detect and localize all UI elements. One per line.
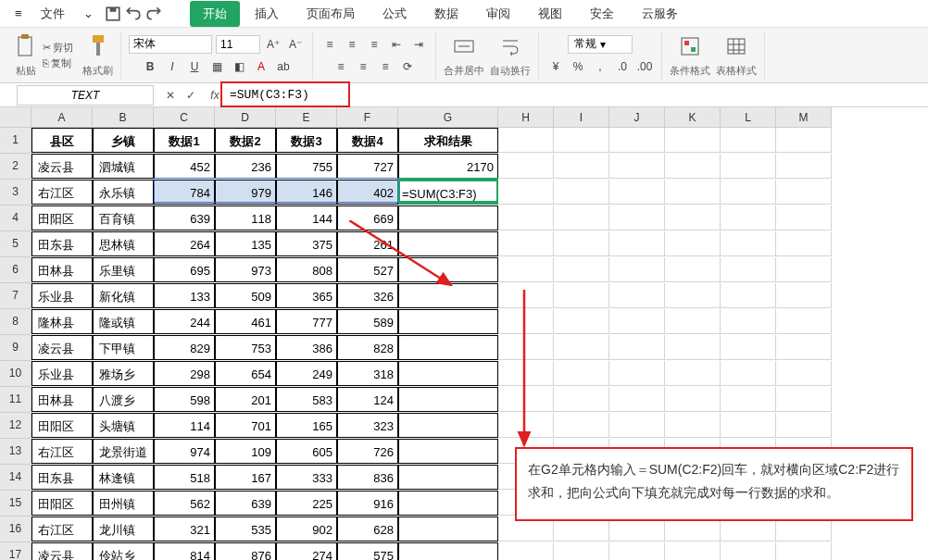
- name-box[interactable]: TEXT: [17, 85, 154, 106]
- cell[interactable]: [665, 335, 721, 360]
- cell[interactable]: [721, 180, 776, 205]
- table-row[interactable]: 589: [337, 309, 398, 334]
- table-row[interactable]: 583: [276, 387, 337, 412]
- table-row[interactable]: 575: [337, 542, 398, 560]
- row-header[interactable]: 7: [0, 283, 31, 309]
- cell[interactable]: [776, 335, 832, 360]
- table-row[interactable]: 876: [215, 542, 276, 560]
- table-row[interactable]: 333: [276, 465, 337, 490]
- align-center-icon[interactable]: ≡: [354, 57, 372, 76]
- cell[interactable]: [498, 180, 554, 205]
- table-row[interactable]: 133: [154, 283, 215, 308]
- table-row[interactable]: [398, 491, 498, 516]
- table-row[interactable]: 695: [154, 257, 215, 282]
- table-row[interactable]: 979: [215, 180, 276, 205]
- table-row[interactable]: [398, 439, 498, 464]
- table-row[interactable]: 2170: [398, 154, 498, 179]
- table-row[interactable]: [398, 542, 498, 560]
- table-row[interactable]: 605: [276, 439, 337, 464]
- cell[interactable]: [498, 283, 554, 308]
- underline-button[interactable]: U: [185, 57, 204, 76]
- table-row[interactable]: 974: [154, 439, 215, 464]
- column-header[interactable]: J: [609, 107, 665, 128]
- cell[interactable]: [609, 387, 665, 412]
- table-row[interactable]: 凌云县: [31, 335, 93, 360]
- table-row[interactable]: 乐业县: [31, 361, 93, 386]
- ribbon-tab-7[interactable]: 安全: [577, 1, 627, 27]
- table-row[interactable]: 808: [276, 257, 337, 282]
- row-header[interactable]: 11: [0, 387, 31, 413]
- table-row[interactable]: [398, 465, 498, 490]
- table-header[interactable]: 数据4: [337, 128, 398, 153]
- table-header[interactable]: 数据2: [215, 128, 276, 153]
- table-row[interactable]: 829: [154, 335, 215, 360]
- table-row[interactable]: 隆林县: [31, 309, 93, 334]
- table-row[interactable]: [398, 205, 498, 230]
- table-row[interactable]: 318: [337, 361, 398, 386]
- row-header[interactable]: 5: [0, 231, 31, 257]
- table-row[interactable]: [398, 309, 498, 334]
- ribbon-tab-4[interactable]: 数据: [421, 1, 471, 27]
- table-row[interactable]: 274: [276, 542, 337, 560]
- cell[interactable]: [721, 361, 776, 386]
- table-row[interactable]: 乐业县: [31, 283, 93, 308]
- table-row[interactable]: 167: [215, 465, 276, 490]
- cell[interactable]: [721, 335, 776, 360]
- cell[interactable]: [776, 231, 832, 256]
- row-header[interactable]: 17: [0, 542, 31, 560]
- table-row[interactable]: 916: [337, 491, 398, 516]
- table-row[interactable]: 386: [276, 335, 337, 360]
- column-header[interactable]: L: [721, 107, 776, 128]
- cell[interactable]: [721, 283, 776, 308]
- row-header[interactable]: 15: [0, 491, 31, 516]
- undo-icon[interactable]: [125, 6, 142, 22]
- cell[interactable]: [498, 154, 554, 179]
- cell[interactable]: [609, 542, 665, 560]
- ribbon-tab-3[interactable]: 公式: [370, 1, 420, 27]
- cell[interactable]: [776, 205, 832, 230]
- table-row[interactable]: 隆或镇: [93, 309, 154, 334]
- confirm-icon[interactable]: ✓: [182, 86, 200, 105]
- table-row[interactable]: 201: [215, 387, 276, 412]
- table-row[interactable]: 凌云县: [31, 154, 93, 179]
- cell[interactable]: [609, 361, 665, 386]
- ribbon-tab-2[interactable]: 页面布局: [294, 1, 368, 27]
- table-row[interactable]: 八渡乡: [93, 387, 154, 412]
- cell[interactable]: [498, 413, 554, 438]
- cell[interactable]: [554, 231, 609, 256]
- table-row[interactable]: 755: [276, 154, 337, 179]
- ribbon-tab-8[interactable]: 云服务: [629, 1, 691, 27]
- text-rotate-icon[interactable]: ⟳: [398, 57, 417, 76]
- table-header[interactable]: 数据1: [154, 128, 215, 153]
- ribbon-tab-6[interactable]: 视图: [525, 1, 575, 27]
- cell[interactable]: [554, 335, 609, 360]
- table-row[interactable]: 535: [215, 516, 276, 541]
- table-row[interactable]: 321: [154, 516, 215, 541]
- table-row[interactable]: 753: [215, 335, 276, 360]
- table-row[interactable]: 右江区: [31, 180, 93, 205]
- cell[interactable]: [498, 387, 554, 412]
- cell[interactable]: [498, 205, 554, 230]
- italic-button[interactable]: I: [163, 57, 182, 76]
- table-row[interactable]: 118: [215, 205, 276, 230]
- row-header[interactable]: 4: [0, 205, 31, 231]
- bold-button[interactable]: B: [141, 57, 159, 76]
- file-menu[interactable]: 文件: [33, 2, 72, 26]
- table-row[interactable]: 124: [337, 387, 398, 412]
- cell[interactable]: [721, 154, 776, 179]
- paste-icon[interactable]: [15, 33, 37, 59]
- cell[interactable]: [498, 361, 554, 386]
- cell[interactable]: [776, 387, 832, 412]
- table-row[interactable]: 伶站乡: [93, 542, 154, 560]
- indent-increase-icon[interactable]: ⇥: [409, 35, 428, 54]
- cut-button[interactable]: ✂剪切: [43, 41, 73, 55]
- row-header[interactable]: 8: [0, 309, 31, 335]
- align-right-icon[interactable]: ≡: [376, 57, 395, 76]
- column-header[interactable]: G: [398, 107, 498, 128]
- align-middle-icon[interactable]: ≡: [343, 35, 361, 54]
- table-row[interactable]: 784: [154, 180, 215, 205]
- increase-decimal-icon[interactable]: .0: [613, 57, 632, 76]
- cell[interactable]: [554, 413, 609, 438]
- table-row[interactable]: [398, 361, 498, 386]
- table-row[interactable]: 628: [337, 516, 398, 541]
